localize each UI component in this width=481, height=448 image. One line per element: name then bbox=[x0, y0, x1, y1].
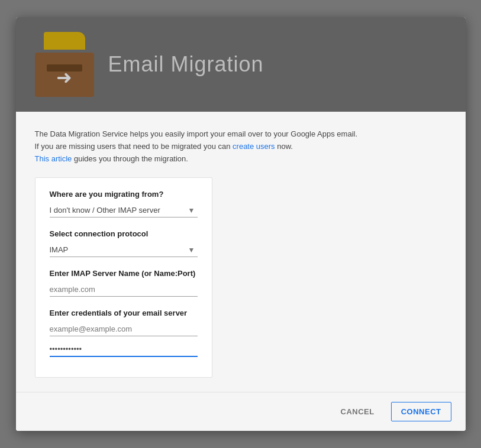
source-select-wrapper: I don't know / Other IMAP server Gmail M… bbox=[50, 203, 198, 217]
protocol-select-wrapper: IMAP POP3 ▼ bbox=[50, 243, 198, 257]
folder-body-icon: ➜ bbox=[35, 53, 94, 97]
password-input-wrapper bbox=[50, 342, 198, 357]
credentials-group: Enter credentials of your email server bbox=[50, 309, 198, 357]
server-input[interactable] bbox=[50, 283, 198, 297]
folder-tab-icon bbox=[44, 32, 85, 50]
dialog-header: ➜ Email Migration bbox=[16, 17, 466, 112]
folder-stripe-icon bbox=[47, 64, 82, 72]
description-line1: The Data Migration Service helps you eas… bbox=[35, 128, 447, 141]
description-line2-prefix: If you are missing users that need to be… bbox=[35, 142, 233, 151]
source-group: Where are you migrating from? I don't kn… bbox=[50, 190, 198, 217]
this-article-link[interactable]: This article bbox=[35, 154, 72, 163]
create-users-link[interactable]: create users bbox=[233, 142, 275, 151]
server-label: Enter IMAP Server Name (or Name:Port) bbox=[50, 269, 198, 278]
connect-button[interactable]: CONNECT bbox=[391, 402, 451, 421]
source-label: Where are you migrating from? bbox=[50, 190, 198, 199]
description-line3-suffix: guides you through the migration. bbox=[72, 154, 188, 163]
description-line3: This article guides you through the migr… bbox=[35, 153, 447, 165]
email-migration-dialog: ➜ Email Migration The Data Migration Ser… bbox=[16, 17, 466, 430]
app-icon: ➜ bbox=[35, 32, 94, 97]
dialog-body: The Data Migration Service helps you eas… bbox=[16, 112, 466, 391]
description-line2: If you are missing users that need to be… bbox=[35, 141, 447, 153]
server-group: Enter IMAP Server Name (or Name:Port) bbox=[50, 269, 198, 297]
email-input[interactable] bbox=[50, 322, 198, 336]
page-title: Email Migration bbox=[108, 52, 264, 77]
credentials-label: Enter credentials of your email server bbox=[50, 309, 198, 317]
email-input-wrapper bbox=[50, 322, 198, 336]
dialog-footer: CANCEL CONNECT bbox=[16, 392, 466, 431]
protocol-select[interactable]: IMAP POP3 bbox=[50, 243, 198, 257]
cancel-button[interactable]: CANCEL bbox=[334, 402, 382, 421]
password-input[interactable] bbox=[50, 342, 198, 357]
description-text: The Data Migration Service helps you eas… bbox=[35, 128, 447, 165]
form-card: Where are you migrating from? I don't kn… bbox=[35, 177, 212, 378]
protocol-group: Select connection protocol IMAP POP3 ▼ bbox=[50, 229, 198, 257]
description-line2-suffix: now. bbox=[275, 142, 293, 151]
source-select[interactable]: I don't know / Other IMAP server Gmail M… bbox=[50, 203, 198, 217]
protocol-label: Select connection protocol bbox=[50, 229, 198, 238]
